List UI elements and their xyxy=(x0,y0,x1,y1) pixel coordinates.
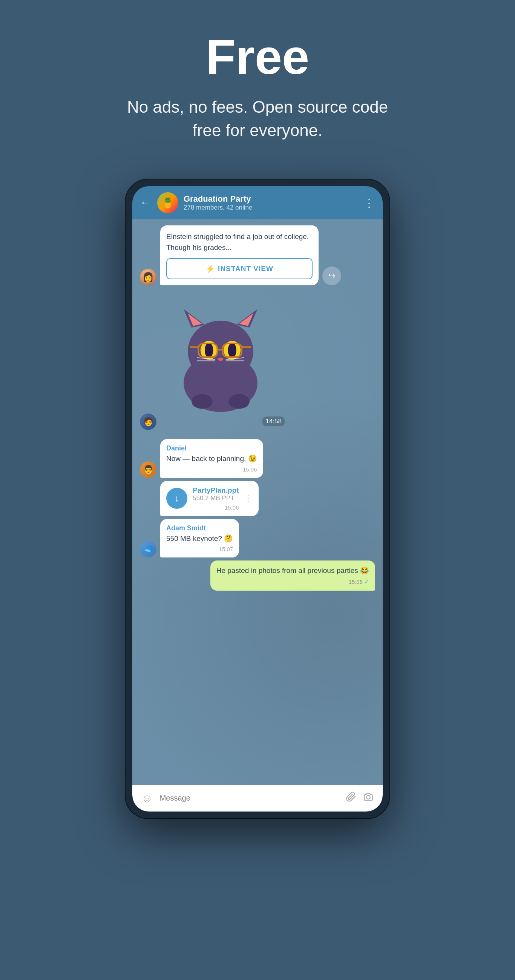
sender-avatar-girl: 👩 xyxy=(140,269,156,285)
file-time: 15:06 xyxy=(193,504,239,511)
svg-point-20 xyxy=(191,394,213,409)
sticker-time: 14:58 xyxy=(262,417,285,426)
svg-point-9 xyxy=(228,343,236,358)
svg-point-8 xyxy=(205,343,213,358)
phone-screen: ← 🍍 Graduation Party 278 members, 42 onl… xyxy=(132,186,383,811)
sender-avatar-adam: 🧢 xyxy=(140,541,156,557)
more-button[interactable]: ⋮ xyxy=(364,197,375,209)
article-message-row: 👩 Einstein struggled to find a job out o… xyxy=(140,225,375,285)
adam-sender-name: Adam Smidt xyxy=(166,524,233,532)
group-status: 278 members, 42 online xyxy=(183,204,359,212)
header-info: Graduation Party 278 members, 42 online xyxy=(183,194,359,212)
hero-title: Free xyxy=(15,30,500,84)
own-message-time: 15:08 ✓ xyxy=(217,578,369,585)
lightning-icon: ⚡ xyxy=(206,264,215,273)
file-size: 550.2 MB PPT xyxy=(193,495,239,502)
phone-mockup: ← 🍍 Graduation Party 278 members, 42 onl… xyxy=(126,180,389,818)
adam-message-text: 550 MB keynote? 🤔 xyxy=(166,534,233,544)
adam-message-time: 15:07 xyxy=(166,546,233,552)
daniel-message-text: Now — back to planning. 😉 xyxy=(166,454,257,464)
file-more-button[interactable]: ⋮ xyxy=(244,493,253,503)
own-time-label: 15:08 xyxy=(348,579,363,585)
svg-point-22 xyxy=(367,796,370,799)
adam-bubble: Adam Smidt 550 MB keynote? 🤔 15:07 xyxy=(160,519,239,558)
phone-outer-frame: ← 🍍 Graduation Party 278 members, 42 onl… xyxy=(126,180,389,818)
back-button[interactable]: ← xyxy=(140,197,150,209)
daniel-bubble: Daniel Now — back to planning. 😉 15:06 xyxy=(160,439,263,478)
hero-subtitle: No ads, no fees. Open source code free f… xyxy=(110,95,405,142)
file-name: PartyPlan.ppt xyxy=(193,486,239,495)
own-message-text: He pasted in photos from all previous pa… xyxy=(217,566,369,576)
article-text: Einstein struggled to find a job out of … xyxy=(166,231,313,253)
file-message-row: ↓ PartyPlan.ppt 550.2 MB PPT 15:06 ⋮ xyxy=(140,481,375,516)
daniel-message-time: 15:06 xyxy=(166,466,257,473)
daniel-message-row: 👨 Daniel Now — back to planning. 😉 15:06 xyxy=(140,439,375,478)
message-input-field[interactable] xyxy=(160,794,339,802)
group-name: Graduation Party xyxy=(183,194,359,204)
chat-area: 👩 Einstein struggled to find a job out o… xyxy=(132,220,383,785)
chat-header: ← 🍍 Graduation Party 278 members, 42 onl… xyxy=(132,186,383,220)
sender-avatar-boy: 🧑 xyxy=(140,414,156,430)
file-info: PartyPlan.ppt 550.2 MB PPT 15:06 xyxy=(193,486,239,511)
hero-section: Free No ads, no fees. Open source code f… xyxy=(0,0,515,164)
instant-view-label: INSTANT VIEW xyxy=(218,265,273,273)
sticker-area: A = πr² V = l³ P = 2πr A = πr² s = √(r²+… xyxy=(160,294,289,430)
file-bubble: ↓ PartyPlan.ppt 550.2 MB PPT 15:06 ⋮ xyxy=(160,481,258,516)
own-message-row: He pasted in photos from all previous pa… xyxy=(140,560,375,591)
adam-message-row: 🧢 Adam Smidt 550 MB keynote? 🤔 15:07 xyxy=(140,519,375,558)
group-avatar: 🍍 xyxy=(157,192,178,213)
svg-point-15 xyxy=(218,358,223,361)
article-bubble: Einstein struggled to find a job out of … xyxy=(160,225,319,285)
camera-button[interactable] xyxy=(363,792,374,805)
own-bubble: He pasted in photos from all previous pa… xyxy=(210,560,375,591)
sender-avatar-daniel: 👨 xyxy=(140,461,156,478)
emoji-button[interactable]: ☺ xyxy=(141,792,153,805)
share-button[interactable]: ↪ xyxy=(322,266,341,285)
check-mark-icon: ✓ xyxy=(364,578,369,585)
instant-view-button[interactable]: ⚡ INSTANT VIEW xyxy=(166,258,313,279)
cat-sticker xyxy=(168,298,273,415)
message-input-bar: ☺ xyxy=(132,785,383,811)
attach-button[interactable] xyxy=(346,792,356,805)
daniel-sender-name: Daniel xyxy=(166,444,257,452)
svg-point-21 xyxy=(228,394,250,409)
file-download-button[interactable]: ↓ xyxy=(166,488,187,509)
sticker-message-row: 🧑 A = πr² V = l³ P = 2πr A = πr² s = √(r… xyxy=(140,294,375,430)
